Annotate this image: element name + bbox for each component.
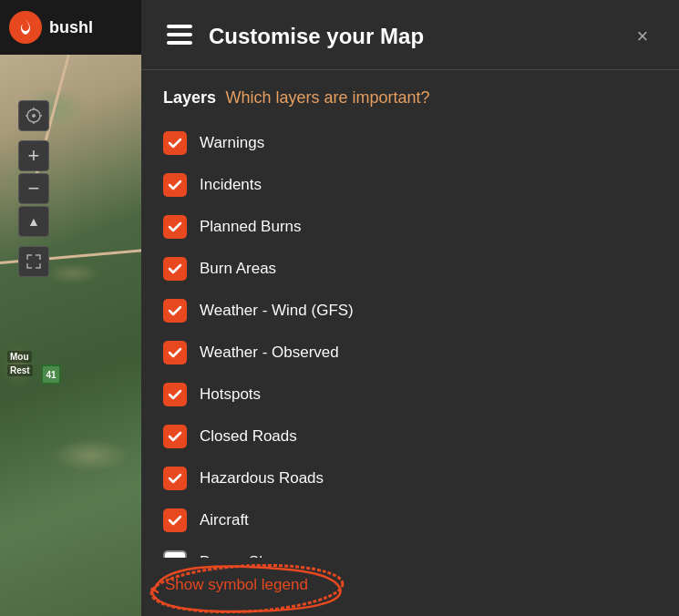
checkbox-weather-observed[interactable] xyxy=(163,341,187,364)
svg-rect-6 xyxy=(167,25,192,28)
checkbox-incidents[interactable] xyxy=(163,173,187,197)
map-label-mou: Mou xyxy=(7,351,32,363)
checkbox-planned-burns[interactable] xyxy=(163,215,187,239)
layer-item-drawn-shapes[interactable]: Drawn Shapes xyxy=(163,541,657,558)
check-icon xyxy=(168,387,182,402)
location-icon xyxy=(26,108,42,124)
checkbox-burn-areas[interactable] xyxy=(163,257,187,281)
fire-icon xyxy=(16,17,35,37)
modal-body: Layers Which layers are important? Warni… xyxy=(141,70,679,558)
checkbox-drawn-shapes[interactable] xyxy=(163,550,187,558)
layer-label-closed-roads: Closed Roads xyxy=(200,427,297,446)
modal-title: Customise your Map xyxy=(209,24,628,49)
layer-item-hazardous-roads[interactable]: Hazardous Roads xyxy=(163,457,657,499)
layer-item-closed-roads[interactable]: Closed Roads xyxy=(163,416,657,457)
check-icon xyxy=(168,220,182,234)
app-logo xyxy=(9,11,42,44)
customise-map-modal: Customise your Map × Layers Which layers… xyxy=(141,0,679,616)
close-button[interactable]: × xyxy=(628,22,657,51)
check-icon xyxy=(168,303,182,318)
north-button[interactable]: ▲ xyxy=(18,206,49,237)
section-title: Layers Which layers are important? xyxy=(163,88,657,108)
layer-label-aircraft: Aircraft xyxy=(200,511,249,529)
modal-header: Customise your Map × xyxy=(141,0,679,70)
zoom-in-button[interactable]: + xyxy=(18,140,49,171)
svg-point-1 xyxy=(32,114,36,118)
checkbox-weather-wind[interactable] xyxy=(163,299,187,323)
section-title-bold: Layers xyxy=(163,88,216,107)
check-icon xyxy=(168,513,182,528)
map-texture xyxy=(0,0,146,616)
layer-label-weather-wind: Weather - Wind (GFS) xyxy=(200,302,354,320)
layer-label-weather-observed: Weather - Observed xyxy=(200,344,339,362)
map-background: Mou Rest 41 xyxy=(0,0,146,616)
layer-label-burn-areas: Burn Areas xyxy=(200,260,276,278)
check-icon xyxy=(168,136,182,150)
layer-label-hazardous-roads: Hazardous Roads xyxy=(200,469,324,488)
layer-label-warnings: Warnings xyxy=(200,134,264,152)
show-legend-button[interactable]: Show symbol legend xyxy=(163,572,310,598)
map-controls: + − ▲ xyxy=(18,100,49,277)
checkbox-hotspots[interactable] xyxy=(163,383,187,406)
layer-item-hotspots[interactable]: Hotspots xyxy=(163,374,657,416)
layer-label-hotspots: Hotspots xyxy=(200,385,261,404)
legend-circle-container: Show symbol legend xyxy=(163,572,310,598)
map-label-rest: Rest xyxy=(7,364,33,376)
layer-list: Warnings Incidents Planned Burns Burn Ar… xyxy=(163,122,657,558)
layer-item-warnings[interactable]: Warnings xyxy=(163,122,657,164)
checkbox-aircraft[interactable] xyxy=(163,508,187,532)
checkbox-hazardous-roads[interactable] xyxy=(163,467,187,490)
location-button[interactable] xyxy=(18,100,49,131)
check-icon xyxy=(168,178,182,192)
route-badge: 41 xyxy=(41,364,61,385)
checkbox-closed-roads[interactable] xyxy=(163,425,187,448)
modal-footer: Show symbol legend xyxy=(141,558,679,616)
expand-icon xyxy=(26,254,41,269)
svg-rect-8 xyxy=(167,41,192,45)
check-icon xyxy=(168,345,182,360)
layer-item-planned-burns[interactable]: Planned Burns xyxy=(163,206,657,248)
app-name: bushl xyxy=(49,18,93,37)
zoom-out-button[interactable]: − xyxy=(18,173,49,204)
expand-button[interactable] xyxy=(18,246,49,277)
layer-item-weather-observed[interactable]: Weather - Observed xyxy=(163,332,657,374)
check-icon xyxy=(168,429,182,444)
checkbox-warnings[interactable] xyxy=(163,131,187,155)
layer-item-incidents[interactable]: Incidents xyxy=(163,164,657,206)
svg-rect-7 xyxy=(167,33,192,36)
check-icon xyxy=(168,471,182,486)
layers-icon xyxy=(163,18,196,55)
layer-label-planned-burns: Planned Burns xyxy=(200,218,302,236)
section-title-light: Which layers are important? xyxy=(226,88,430,107)
layer-item-aircraft[interactable]: Aircraft xyxy=(163,499,657,541)
layer-item-burn-areas[interactable]: Burn Areas xyxy=(163,248,657,290)
check-icon xyxy=(168,262,182,276)
layer-label-incidents: Incidents xyxy=(200,176,262,194)
layer-item-weather-wind[interactable]: Weather - Wind (GFS) xyxy=(163,290,657,332)
app-header: bushl xyxy=(0,0,146,55)
